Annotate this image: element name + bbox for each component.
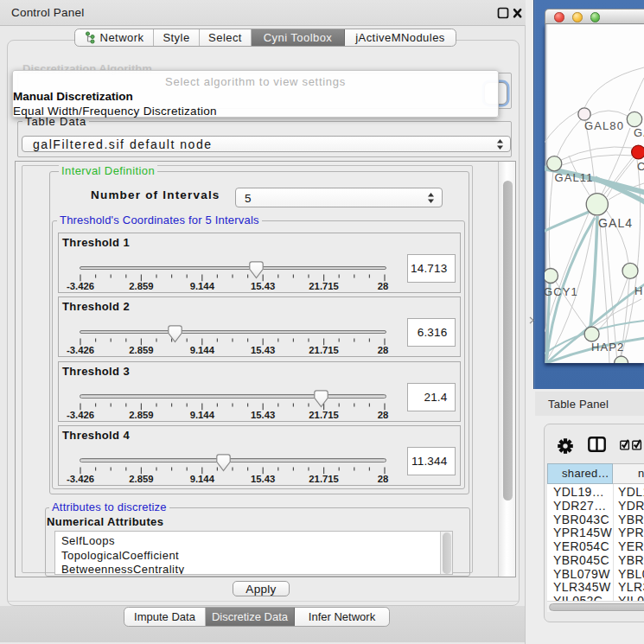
svg-text:GCY1: GCY1 bbox=[545, 285, 578, 298]
svg-text:C: C bbox=[637, 160, 644, 173]
svg-text:GAL80: GAL80 bbox=[584, 119, 624, 132]
svg-text:GAL11: GAL11 bbox=[555, 171, 594, 184]
svg-text:GA: GA bbox=[634, 126, 644, 139]
svg-text:GAL4: GAL4 bbox=[598, 216, 633, 230]
svg-text:H: H bbox=[634, 284, 644, 297]
svg-text:HAP2: HAP2 bbox=[591, 341, 624, 354]
